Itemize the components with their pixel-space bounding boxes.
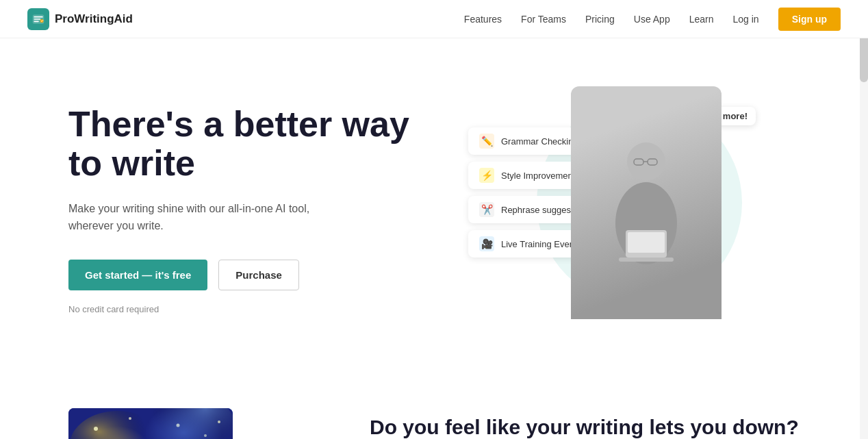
person-placeholder [571,86,722,319]
svg-point-1 [40,19,44,23]
hero-right: ✏️ Grammar Checking ⚡ Style Improvements… [424,79,800,340]
svg-rect-10 [68,408,233,439]
svg-point-18 [218,421,220,423]
second-section-title: Do you feel like your writing lets you d… [370,415,800,439]
training-icon: 🎥 [479,236,494,251]
pill-style-label: Style Improvements [501,171,580,181]
artwork-container: My idea in my head [68,408,329,439]
navbar: ProWritingAid Features For Teams Pricing… [0,0,868,38]
login-button[interactable]: Log in [733,14,759,25]
svg-point-16 [204,434,207,437]
hero-illustration: ✏️ Grammar Checking ⚡ Style Improvements… [468,86,756,333]
second-section-right: Do you feel like your writing lets you d… [370,408,800,439]
grammar-icon: ✏️ [479,134,494,149]
logo-link[interactable]: ProWritingAid [27,8,133,30]
svg-rect-9 [619,258,674,262]
second-section: My idea in my head Do you feel like your… [0,408,868,439]
signup-button[interactable]: Sign up [778,8,841,31]
logo-icon [27,8,49,30]
nav-for-teams[interactable]: For Teams [521,14,566,25]
pill-grammar-label: Grammar Checking [501,136,578,147]
no-credit-card-text: No credit card required [68,304,424,314]
nav-links: Features For Teams Pricing Use App Learn… [464,8,841,31]
hero-section: There's a better way to write Make your … [0,38,868,367]
svg-point-11 [70,411,166,439]
svg-point-15 [177,424,180,427]
rephrase-icon: ✂️ [479,202,494,217]
artwork-background [68,408,233,439]
hero-person-image [571,86,722,319]
style-icon: ⚡ [479,168,494,183]
nav-pricing[interactable]: Pricing [585,14,615,25]
purchase-button[interactable]: Purchase [218,260,299,290]
svg-point-13 [94,427,98,431]
nav-features[interactable]: Features [464,14,502,25]
second-section-left: My idea in my head [68,408,329,439]
hero-title: There's a better way to write [68,105,424,183]
pill-training-label: Live Training Events [501,239,581,249]
section-divider [0,367,868,408]
hero-buttons: Get started — it's free Purchase [68,260,424,290]
hero-left: There's a better way to write Make your … [68,105,424,314]
svg-point-14 [129,417,131,420]
svg-point-12 [129,408,233,439]
svg-rect-8 [628,232,665,253]
nav-learn[interactable]: Learn [689,14,714,25]
brand-name: ProWritingAid [55,12,133,26]
get-started-button[interactable]: Get started — it's free [68,260,207,290]
nav-use-app[interactable]: Use App [634,14,670,25]
hero-subtitle: Make your writing shine with our all-in-… [68,200,356,235]
